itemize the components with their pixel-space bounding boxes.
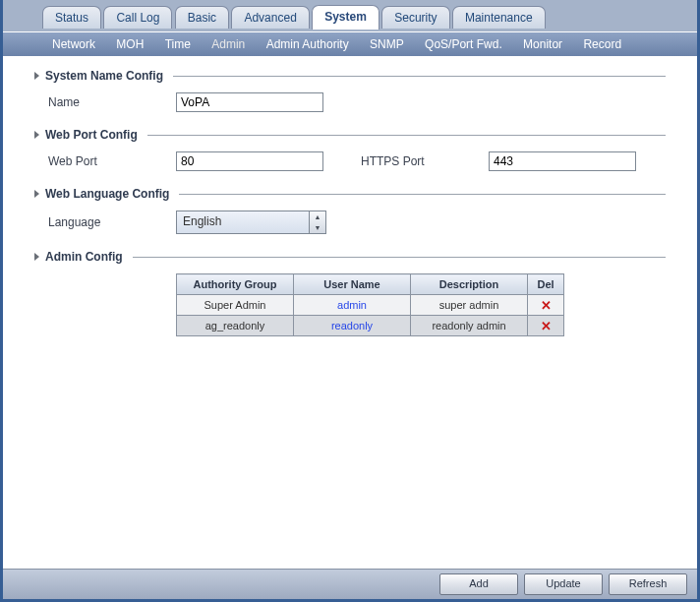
spinner-buttons[interactable]: ▲ ▼ xyxy=(309,211,325,233)
col-user-name: User Name xyxy=(294,274,411,295)
divider xyxy=(133,257,666,258)
subnav-time[interactable]: Time xyxy=(165,32,191,56)
cell-authority: Super Admin xyxy=(177,295,294,316)
web-port-input[interactable] xyxy=(176,151,323,171)
tab-advanced[interactable]: Advanced xyxy=(231,6,309,29)
subnav-admin-authority[interactable]: Admin Authority xyxy=(266,32,349,56)
collapse-icon[interactable] xyxy=(34,190,39,198)
language-select[interactable]: English ▲ ▼ xyxy=(176,211,326,234)
web-port-label: Web Port xyxy=(48,154,176,168)
cell-user-link[interactable]: admin xyxy=(294,295,411,316)
app-window: Status Call Log Basic Advanced System Se… xyxy=(0,0,700,602)
content-area: System Name Config Name Web Port Config … xyxy=(3,55,697,567)
main-tabs: Status Call Log Basic Advanced System Se… xyxy=(3,0,697,31)
tab-call-log[interactable]: Call Log xyxy=(103,6,172,29)
collapse-icon[interactable] xyxy=(34,131,39,139)
subnav-network[interactable]: Network xyxy=(52,32,95,56)
update-button[interactable]: Update xyxy=(524,573,603,595)
subnav-record[interactable]: Record xyxy=(583,32,621,56)
subnav-admin[interactable]: Admin xyxy=(211,32,245,56)
subnav-moh[interactable]: MOH xyxy=(116,32,144,56)
tab-system[interactable]: System xyxy=(312,5,379,30)
tab-status[interactable]: Status xyxy=(42,6,101,29)
subnav-monitor[interactable]: Monitor xyxy=(523,32,562,56)
delete-icon[interactable]: ✕ xyxy=(541,298,552,313)
sub-nav: Network MOH Time Admin Admin Authority S… xyxy=(3,31,697,56)
admin-table: Authority Group User Name Description De… xyxy=(176,273,564,336)
cell-description: super admin xyxy=(411,295,528,316)
section-web-language: Web Language Config Language English ▲ ▼ xyxy=(34,187,666,234)
section-title: Web Port Config xyxy=(45,128,138,142)
cell-authority: ag_readonly xyxy=(177,316,294,336)
delete-icon[interactable]: ✕ xyxy=(541,319,552,333)
tab-security[interactable]: Security xyxy=(381,6,449,29)
col-authority-group: Authority Group xyxy=(177,274,294,295)
collapse-icon[interactable] xyxy=(34,253,39,261)
footer-bar: Add Update Refresh xyxy=(3,569,697,599)
section-system-name: System Name Config Name xyxy=(34,69,666,112)
section-title: Web Language Config xyxy=(45,187,169,201)
section-web-port: Web Port Config Web Port HTTPS Port xyxy=(34,128,666,171)
divider xyxy=(173,76,666,77)
divider xyxy=(179,194,666,195)
collapse-icon[interactable] xyxy=(34,72,39,80)
name-input[interactable] xyxy=(176,92,323,112)
https-port-input[interactable] xyxy=(489,151,636,171)
section-title: Admin Config xyxy=(45,250,123,264)
add-button[interactable]: Add xyxy=(439,573,518,595)
col-description: Description xyxy=(411,274,528,295)
chevron-up-icon[interactable]: ▲ xyxy=(310,211,325,222)
table-row: ag_readonly readonly readonly admin ✕ xyxy=(177,316,564,336)
cell-user-link[interactable]: readonly xyxy=(294,316,411,336)
language-value: English xyxy=(177,211,309,233)
subnav-qos-port-fwd[interactable]: QoS/Port Fwd. xyxy=(425,32,502,56)
section-admin-config: Admin Config Authority Group User Name D… xyxy=(34,250,666,336)
https-port-label: HTTPS Port xyxy=(361,154,489,168)
divider xyxy=(147,135,666,136)
tab-maintenance[interactable]: Maintenance xyxy=(452,6,546,29)
section-title: System Name Config xyxy=(45,69,163,83)
refresh-button[interactable]: Refresh xyxy=(609,573,687,595)
table-row: Super Admin admin super admin ✕ xyxy=(177,295,564,316)
language-label: Language xyxy=(48,215,176,229)
table-header-row: Authority Group User Name Description De… xyxy=(177,274,564,295)
tab-basic[interactable]: Basic xyxy=(175,6,229,29)
name-label: Name xyxy=(48,95,176,109)
subnav-snmp[interactable]: SNMP xyxy=(370,32,404,56)
chevron-down-icon[interactable]: ▼ xyxy=(310,222,325,233)
col-del: Del xyxy=(528,274,564,295)
cell-description: readonly admin xyxy=(411,316,528,336)
